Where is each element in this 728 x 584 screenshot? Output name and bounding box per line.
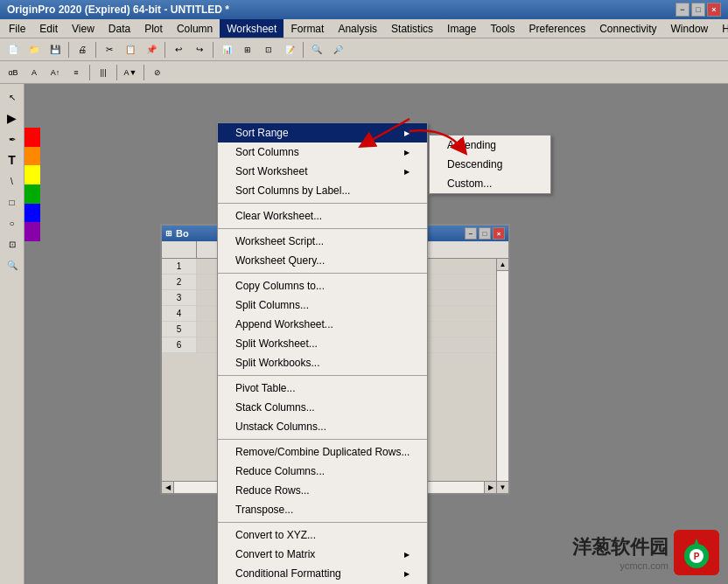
- menu-item-ascending[interactable]: Ascending: [430, 136, 550, 155]
- sep-2: [218, 228, 427, 229]
- inner-minimize-btn[interactable]: −: [465, 227, 477, 240]
- menu-item-descending[interactable]: Descending: [430, 155, 550, 174]
- menu-item-sort-columns[interactable]: Sort Columns: [218, 143, 427, 162]
- menu-tools[interactable]: Tools: [483, 19, 522, 38]
- menu-help[interactable]: Help: [715, 19, 728, 38]
- menu-view[interactable]: View: [65, 19, 102, 38]
- scroll-left[interactable]: ◀: [162, 482, 174, 493]
- lt-text-btn[interactable]: T: [3, 150, 22, 170]
- print-btn[interactable]: 🖨: [73, 40, 92, 59]
- menu-item-split-ws[interactable]: Split Worksheet...: [218, 334, 427, 353]
- inner-title-buttons: − □ ×: [465, 227, 505, 240]
- lt-select-btn[interactable]: ▶: [3, 108, 22, 128]
- menu-item-clear-ws[interactable]: Clear Worksheet...: [218, 206, 427, 226]
- lt-line-btn[interactable]: \: [3, 171, 22, 191]
- menu-item-ws-script[interactable]: Worksheet Script...: [218, 232, 427, 251]
- menu-worksheet[interactable]: Worksheet: [220, 19, 284, 38]
- menu-item-custom[interactable]: Custom...: [430, 174, 550, 193]
- menu-item-append-ws[interactable]: Append Worksheet...: [218, 315, 427, 334]
- menu-column[interactable]: Column: [170, 19, 220, 38]
- menu-item-transpose[interactable]: Transpose...: [218, 500, 427, 519]
- menu-item-sort-cols-label[interactable]: Sort Columns by Label...: [218, 181, 427, 200]
- tb2-btn3[interactable]: A↑: [46, 63, 65, 82]
- zoom-out-btn[interactable]: 🔎: [328, 40, 347, 59]
- menu-plot[interactable]: Plot: [137, 19, 170, 38]
- menu-statistics[interactable]: Statistics: [384, 19, 440, 38]
- inner-close-btn[interactable]: ×: [493, 227, 505, 240]
- graph-btn[interactable]: 📊: [217, 40, 236, 59]
- tb2-btn5[interactable]: |||: [94, 63, 113, 82]
- paste-btn[interactable]: 📌: [142, 40, 161, 59]
- matrix-btn[interactable]: ⊡: [259, 40, 278, 59]
- sep-4: [218, 375, 427, 376]
- lt-region-btn[interactable]: ⊡: [3, 234, 22, 254]
- menu-item-split-wb[interactable]: Split Workbooks...: [218, 353, 427, 372]
- menu-data[interactable]: Data: [102, 19, 137, 38]
- menu-format[interactable]: Format: [284, 19, 331, 38]
- lt-draw-btn[interactable]: ✒: [3, 129, 22, 149]
- maximize-button[interactable]: □: [691, 3, 705, 17]
- menu-item-remove-dup[interactable]: Remove/Combine Duplicated Rows...: [218, 442, 427, 462]
- open-btn[interactable]: 📁: [24, 40, 44, 59]
- menu-image[interactable]: Image: [440, 19, 483, 38]
- sep-1: [218, 203, 427, 204]
- menu-item-pivot[interactable]: Pivot Table...: [218, 379, 427, 398]
- tb2-btn1[interactable]: αΒ: [4, 63, 23, 82]
- menu-file[interactable]: File: [2, 19, 32, 38]
- row-num-4: 4: [162, 306, 197, 321]
- menu-item-stack-cols[interactable]: Stack Columns...: [218, 398, 427, 417]
- redo-btn[interactable]: ↪: [190, 40, 209, 59]
- inner-maximize-btn[interactable]: □: [479, 227, 491, 240]
- row-num-3: 3: [162, 290, 197, 305]
- menu-edit[interactable]: Edit: [32, 19, 65, 38]
- lt-zoom-btn[interactable]: 🔍: [3, 255, 22, 275]
- vscrollbar[interactable]: ▲ ▼: [496, 259, 508, 493]
- tb2-btn7[interactable]: ⊘: [148, 63, 167, 82]
- menu-preferences[interactable]: Preferences: [522, 19, 592, 38]
- sep1: [68, 42, 69, 58]
- tb2-btn6[interactable]: A▼: [121, 63, 140, 82]
- save-btn[interactable]: 💾: [46, 40, 65, 59]
- minimize-button[interactable]: −: [676, 3, 690, 17]
- notes-btn[interactable]: 📝: [280, 40, 299, 59]
- scroll-right[interactable]: ▶: [484, 482, 496, 493]
- scroll-down[interactable]: ▼: [497, 481, 508, 493]
- copy-btn[interactable]: 📋: [121, 40, 140, 59]
- zoom-in-btn[interactable]: 🔍: [307, 40, 326, 59]
- table-btn[interactable]: ⊞: [238, 40, 257, 59]
- menu-item-sort-range[interactable]: Sort Range: [218, 123, 427, 143]
- menu-connectivity[interactable]: Connectivity: [592, 19, 663, 38]
- main-area: ↖ ▶ ✒ T \ □ ○ ⊡ 🔍 ⊞ Bo − □: [0, 84, 728, 584]
- menu-item-convert-matrix[interactable]: Convert to Matrix: [218, 545, 427, 564]
- menu-item-unstack-cols[interactable]: Unstack Columns...: [218, 417, 427, 436]
- close-button[interactable]: ×: [707, 3, 721, 17]
- row-num-1: 1: [162, 259, 197, 274]
- scroll-up[interactable]: ▲: [497, 259, 508, 271]
- tb2-btn2[interactable]: A: [24, 63, 44, 82]
- sep8: [144, 65, 144, 80]
- new-btn[interactable]: 📄: [4, 40, 23, 59]
- menu-item-convert-xyz[interactable]: Convert to XYZ...: [218, 525, 427, 545]
- lt-arrow-btn[interactable]: ↖: [3, 87, 22, 107]
- lt-ellipse-btn[interactable]: ○: [3, 213, 22, 233]
- menu-item-sort-worksheet[interactable]: Sort Worksheet: [218, 162, 427, 181]
- menu-item-split-cols[interactable]: Split Columns...: [218, 295, 427, 315]
- watermark-logo: P: [674, 530, 719, 575]
- menu-item-reduce-rows[interactable]: Reduce Rows...: [218, 481, 427, 500]
- undo-btn[interactable]: ↩: [169, 40, 188, 59]
- watermark: 洋葱软件园 ycmcn.com P: [572, 530, 719, 575]
- menu-item-copy-cols[interactable]: Copy Columns to...: [218, 276, 427, 295]
- menu-window[interactable]: Window: [664, 19, 716, 38]
- menu-analysis[interactable]: Analysis: [331, 19, 384, 38]
- row-num-2: 2: [162, 275, 197, 289]
- title-bar: OriginPro 2020 (Expired) 64-bit - UNTITL…: [0, 0, 728, 19]
- toolbar-row-1: 📄 📁 💾 🖨 ✂ 📋 📌 ↩ ↪ 📊 ⊞ ⊡ 📝 🔍 🔎: [0, 38, 728, 61]
- lt-rect-btn[interactable]: □: [3, 192, 22, 212]
- workspace: ⊞ Bo − □ × Lon Co ▲ ▼: [24, 84, 728, 584]
- menu-item-ws-query[interactable]: Worksheet Query...: [218, 251, 427, 270]
- cut-btn[interactable]: ✂: [100, 40, 119, 59]
- menu-item-reduce-cols[interactable]: Reduce Columns...: [218, 462, 427, 481]
- menu-item-conditional-fmt[interactable]: Conditional Formatting: [218, 564, 427, 583]
- tb2-btn4[interactable]: ≡: [66, 63, 86, 82]
- toolbar-row-2: αΒ A A↑ ≡ ||| A▼ ⊘: [0, 61, 728, 84]
